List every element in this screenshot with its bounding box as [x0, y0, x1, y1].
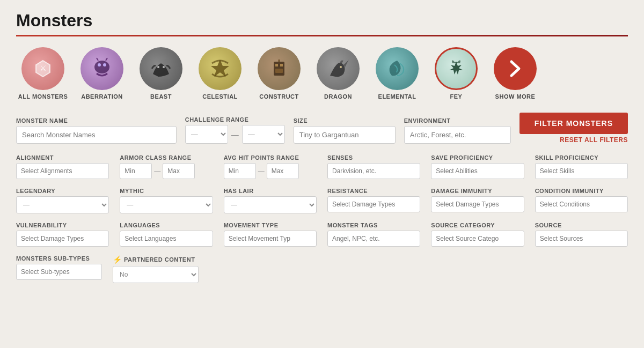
- armor-class-range-inputs: —: [120, 163, 213, 179]
- avg-hit-points-range-inputs: —: [224, 163, 317, 179]
- filter-cell-senses: SENSES: [327, 154, 420, 179]
- subtypes-label: MONSTERS SUB-TYPES: [16, 255, 102, 262]
- monster-type-beast-label: BEAST: [150, 93, 172, 100]
- avg-hit-points-min[interactable]: [224, 163, 256, 179]
- monster-type-all-label: ALL MONSTERS: [18, 93, 68, 100]
- movement-type-label: MOVEMENT TYPE: [224, 222, 317, 228]
- page-title: Monsters: [16, 11, 628, 31]
- size-input[interactable]: [294, 126, 396, 144]
- svg-point-2: [94, 61, 109, 73]
- source-input[interactable]: [535, 231, 628, 247]
- bottom-filters-row: MONSTERS SUB-TYPES ⚡ PARTNERED CONTENT N…: [16, 255, 628, 283]
- advanced-filters-grid: ALIGNMENT ARMOR CLASS RANGE — AVG HIT PO…: [16, 154, 628, 247]
- challenge-inputs: — 01/81/41/2 12345 — — 1510152030: [185, 125, 285, 144]
- monster-type-construct[interactable]: CONSTRUCT: [252, 47, 306, 100]
- monster-name-input[interactable]: [16, 126, 177, 144]
- mythic-select[interactable]: — Yes No: [120, 196, 213, 213]
- monster-type-elemental[interactable]: ELEMENTAL: [370, 47, 424, 100]
- senses-input[interactable]: [327, 163, 420, 179]
- svg-rect-12: [275, 69, 283, 73]
- monster-type-dragon[interactable]: DRAGON: [311, 47, 365, 100]
- monster-type-aberration-label: ABERRATION: [81, 93, 123, 100]
- save-proficiency-input[interactable]: [431, 163, 524, 179]
- languages-label: LANGUAGES: [120, 222, 213, 228]
- filter-cell-damage-immunity: DAMAGE IMMUNITY: [431, 188, 524, 213]
- svg-point-14: [340, 66, 342, 68]
- filter-cell-condition-immunity: CONDITION IMMUNITY: [535, 188, 628, 213]
- svg-line-6: [106, 58, 107, 61]
- resistance-input[interactable]: [327, 196, 420, 212]
- alignment-input[interactable]: [16, 163, 109, 179]
- save-proficiency-label: SAVE PROFICIENCY: [431, 154, 524, 161]
- monster-tags-label: MONSTER TAGS: [327, 222, 420, 228]
- alignment-label: ALIGNMENT: [16, 154, 109, 161]
- filter-cell-skill-proficiency: SKILL PROFICIENCY: [535, 154, 628, 179]
- source-category-label: SOURCE CATEGORY: [431, 222, 524, 228]
- monster-type-aberration[interactable]: ABERRATION: [75, 47, 129, 100]
- source-label: SOURCE: [535, 222, 628, 228]
- monster-name-label: MONSTER NAME: [16, 117, 177, 124]
- filter-group-environment: ENVIRONMENT: [404, 117, 511, 144]
- monster-type-all[interactable]: ⚔ ALL MONSTERS: [16, 47, 70, 100]
- source-category-input[interactable]: [431, 231, 524, 247]
- condition-immunity-input[interactable]: [535, 196, 628, 212]
- filter-monsters-button[interactable]: FILTER MONSTERS: [519, 113, 628, 134]
- reset-filters-link[interactable]: RESET ALL FILTERS: [560, 136, 628, 144]
- filter-cell-resistance: RESISTANCE: [327, 188, 420, 213]
- filter-cell-source-category: SOURCE CATEGORY: [431, 222, 524, 247]
- monster-type-beast[interactable]: BEAST: [134, 47, 188, 100]
- svg-point-8: [163, 66, 165, 68]
- monster-type-construct-label: CONSTRUCT: [259, 93, 299, 100]
- senses-label: SENSES: [327, 154, 420, 161]
- vulnerability-input[interactable]: [16, 231, 109, 247]
- movement-type-input[interactable]: [224, 231, 317, 247]
- monster-type-celestial[interactable]: CELESTIAL: [193, 47, 247, 100]
- filter-cell-avg-hit-points: AVG HIT POINTS RANGE —: [224, 154, 317, 179]
- legendary-select[interactable]: — Yes No: [16, 196, 109, 213]
- armor-class-max[interactable]: [163, 163, 195, 179]
- monster-type-showmore-label: SHOW MORE: [495, 93, 536, 100]
- svg-point-4: [103, 63, 106, 66]
- filter-cell-monster-tags: MONSTER TAGS: [327, 222, 420, 247]
- armor-class-dash: —: [154, 167, 160, 175]
- subtypes-input[interactable]: [16, 264, 102, 280]
- partnered-icon: ⚡: [113, 255, 122, 264]
- has-lair-select[interactable]: — Yes No: [224, 196, 317, 213]
- filter-cell-has-lair: HAS LAIR — Yes No: [224, 188, 317, 213]
- avg-hit-points-max[interactable]: [267, 163, 299, 179]
- monster-type-elemental-label: ELEMENTAL: [378, 93, 416, 100]
- monster-type-dragon-label: DRAGON: [324, 93, 352, 100]
- filter-cell-save-proficiency: SAVE PROFICIENCY: [431, 154, 524, 179]
- top-filter-row: MONSTER NAME CHALLENGE RANGE — 01/81/41/…: [16, 113, 628, 144]
- size-label: SIZE: [294, 117, 396, 124]
- filter-cell-armor-class: ARMOR CLASS RANGE —: [120, 154, 213, 179]
- filter-cell-legendary: LEGENDARY — Yes No: [16, 188, 109, 213]
- damage-immunity-label: DAMAGE IMMUNITY: [431, 188, 524, 194]
- filter-cell-subtypes: MONSTERS SUB-TYPES: [16, 255, 102, 280]
- resistance-label: RESISTANCE: [327, 188, 420, 194]
- filter-cell-vulnerability: VULNERABILITY: [16, 222, 109, 247]
- svg-line-5: [97, 58, 98, 61]
- monster-type-fey[interactable]: FEY: [429, 47, 483, 100]
- monster-type-showmore[interactable]: SHOW MORE: [488, 47, 542, 100]
- filter-cell-alignment: ALIGNMENT: [16, 154, 109, 179]
- challenge-range-label: CHALLENGE RANGE: [185, 116, 285, 123]
- filter-btn-group: FILTER MONSTERS RESET ALL FILTERS: [519, 113, 628, 144]
- environment-input[interactable]: [404, 126, 511, 144]
- damage-immunity-input[interactable]: [431, 196, 524, 212]
- monster-tags-input[interactable]: [327, 231, 420, 247]
- filter-group-challenge: CHALLENGE RANGE — 01/81/41/2 12345 — — 1…: [185, 116, 285, 144]
- vulnerability-label: VULNERABILITY: [16, 222, 109, 228]
- mythic-label: MYTHIC: [120, 188, 213, 194]
- environment-label: ENVIRONMENT: [404, 117, 511, 124]
- challenge-range-min[interactable]: — 01/81/41/2 12345: [185, 125, 228, 144]
- title-divider: [16, 35, 628, 36]
- partnered-content-select[interactable]: No Yes: [113, 266, 199, 283]
- armor-class-min[interactable]: [120, 163, 152, 179]
- svg-text:⚔: ⚔: [40, 64, 47, 72]
- skill-proficiency-input[interactable]: [535, 163, 628, 179]
- languages-input[interactable]: [120, 231, 213, 247]
- challenge-range-max[interactable]: — 1510152030: [242, 125, 285, 144]
- filter-cell-partnered: ⚡ PARTNERED CONTENT No Yes: [113, 255, 199, 283]
- partnered-label-row: ⚡ PARTNERED CONTENT: [113, 255, 199, 264]
